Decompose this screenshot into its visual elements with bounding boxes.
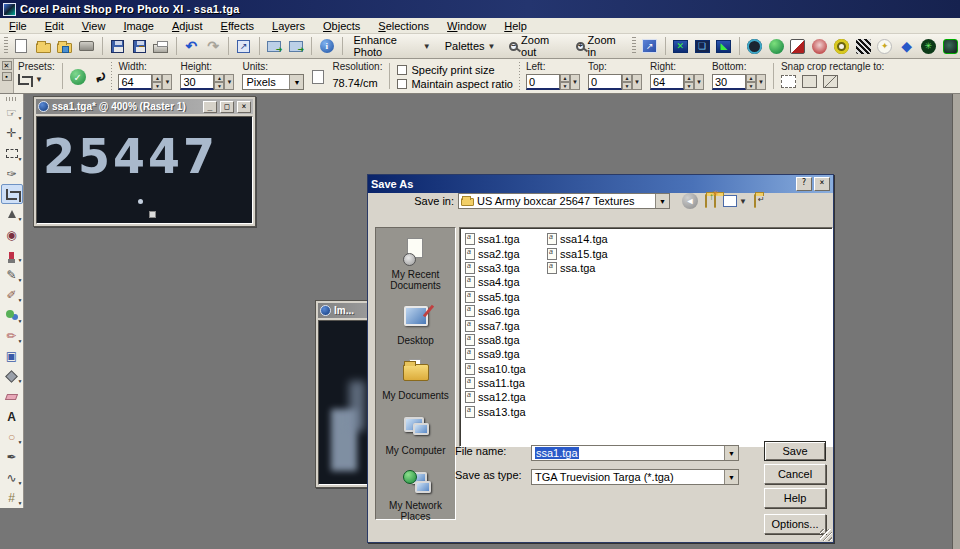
bottom-spin-buttons[interactable]: ▲▼ [746,74,756,90]
menu-item[interactable]: Layers [263,19,314,33]
specify-print-size-checkbox[interactable]: Specify print size [397,64,513,76]
back-icon[interactable]: ◄ [682,193,698,209]
place-desktop[interactable]: Desktop [378,304,454,346]
menu-item[interactable]: View [73,19,115,33]
picture-tube-tool[interactable]: ▣ [1,346,23,366]
file-item[interactable]: ssa7.tga [465,318,539,332]
eraser-tool[interactable] [1,386,23,406]
up-one-level-icon[interactable]: ↑ [705,195,707,207]
dropper-tool[interactable]: ✑ [1,164,23,184]
close-button[interactable]: × [814,177,830,191]
image-info-button[interactable]: i [317,36,337,56]
maintain-aspect-ratio-checkbox[interactable]: Maintain aspect ratio [397,78,513,90]
resize-grip[interactable] [820,529,832,541]
height-field[interactable]: 30 [180,74,214,90]
new-image-button[interactable] [12,36,32,56]
pan-tool[interactable]: ☞▼ [1,103,23,123]
resize-button[interactable]: ↗ [234,36,254,56]
place-my-network[interactable]: My Network Places [378,469,454,522]
view-menu-icon[interactable]: ▼ [723,195,747,207]
effect-globe-button[interactable] [766,36,786,56]
folder-arrow-icon[interactable] [754,195,756,207]
import-button[interactable] [77,36,97,56]
file-item[interactable]: ssa10.tga [465,362,539,376]
window-fit-button[interactable]: ◣ [714,36,734,56]
save-button[interactable] [107,36,127,56]
width-slider-button[interactable]: ▼ [162,74,172,90]
file-item[interactable]: ssa2.tga [465,246,539,260]
left-field[interactable]: 0 [526,74,560,90]
file-item[interactable]: ssa1.tga [465,232,539,246]
undo-button[interactable]: ↶ [182,36,202,56]
selection-handle[interactable] [149,211,156,218]
height-spinner[interactable]: 30 ▲▼ ▼ [180,74,234,90]
close-icon[interactable]: ✕ [2,61,12,70]
preset-shape-tool[interactable]: ○▼ [1,427,23,447]
pen-tool[interactable]: ✒ [1,447,23,467]
file-item[interactable]: ssa5.tga [465,290,539,304]
clone-brush-tool[interactable]: ✐▼ [1,285,23,305]
top-field[interactable]: 0 [588,74,622,90]
email-image-button[interactable] [265,36,285,56]
width-spinner[interactable]: 64 ▲▼ ▼ [118,74,172,90]
new-folder-icon[interactable] [714,195,716,207]
left-slider-button[interactable]: ▼ [570,74,580,90]
color-changer-tool[interactable]: ▼ [1,305,23,325]
file-list[interactable]: ssa1.tga ssa2.tga ssa3.tga [459,227,833,447]
move-tool[interactable]: ✛▼ [1,123,23,143]
cancel-button[interactable]: Cancel [764,464,826,484]
menu-item[interactable]: Selections [369,19,438,33]
image-window-title-bar[interactable]: ssa1.tga* @ 400% (Raster 1) _ □ × [36,99,253,114]
mesh-warp-tool[interactable]: #▼ [1,488,23,508]
effect-contrast-button[interactable] [788,36,808,56]
zoom-out-button[interactable]: − Zoom out [503,32,567,60]
file-item[interactable]: ssa15.tga [547,246,621,260]
save-as-button[interactable] [129,36,149,56]
width-spin-buttons[interactable]: ▲▼ [152,74,162,90]
file-item[interactable]: ssa9.tga [465,347,539,361]
effect-weave-button[interactable] [853,36,873,56]
bottom-spinner[interactable]: 30 ▲▼ ▼ [712,74,766,90]
file-item[interactable]: ssa4.tga [465,275,539,289]
save-button[interactable]: Save [764,441,826,461]
effect-sparkle-button[interactable]: ✦ [875,36,895,56]
toolbar-grip[interactable] [4,37,8,55]
file-item[interactable]: ssa11.tga [465,376,539,390]
bottom-field[interactable]: 30 [712,74,746,90]
bottom-slider-button[interactable]: ▼ [756,74,766,90]
palettes-menu[interactable]: Palettes ▼ [439,38,502,54]
selection-tool[interactable]: ▼ [1,143,23,163]
clear-crop-button[interactable]: ↷ [91,68,109,85]
open-button[interactable] [33,36,53,56]
effect-donut-button[interactable] [832,36,852,56]
effect-swirl-button[interactable] [810,36,830,56]
pin-icon[interactable]: ▪ [2,72,12,81]
presets-dropdown[interactable]: ▼ [18,74,55,85]
file-item[interactable]: ssa.tga [547,261,621,275]
file-item[interactable]: ssa6.tga [465,304,539,318]
right-spinner[interactable]: 64 ▲▼ ▼ [650,74,704,90]
flood-fill-tool[interactable]: ▼ [1,366,23,386]
menu-item[interactable]: Help [495,19,536,33]
top-spin-buttons[interactable]: ▲▼ [622,74,632,90]
redo-button[interactable]: ↷ [203,36,223,56]
paint-brush-tool[interactable]: ✏▼ [1,326,23,346]
place-my-computer[interactable]: My Computer [378,414,454,456]
script-button[interactable]: ↗ [640,36,660,56]
image-window-ssa1[interactable]: ssa1.tga* @ 400% (Raster 1) _ □ × 25447 [33,96,256,227]
menu-item[interactable]: File [0,19,36,33]
effect-gem-button[interactable]: ◆ [897,36,917,56]
share-image-button[interactable] [286,36,306,56]
red-eye-tool[interactable]: ◉ [1,224,23,244]
dialog-title-bar[interactable]: Save As ? × [368,175,833,193]
effect-burst-button[interactable]: ✳ [919,36,939,56]
swap-orientation-icon[interactable] [312,70,324,84]
snap-to-selection-icon[interactable] [781,75,796,88]
menu-item[interactable]: Window [438,19,495,33]
text-tool[interactable]: A [1,407,23,427]
save-as-type-dropdown[interactable]: TGA Truevision Targa (*.tga) ▼ [531,469,739,485]
help-button[interactable]: Help [764,488,826,508]
file-item[interactable]: ssa12.tga [465,390,539,404]
makeover-tool[interactable]: ▼ [1,245,23,265]
file-item[interactable]: ssa8.tga [465,333,539,347]
